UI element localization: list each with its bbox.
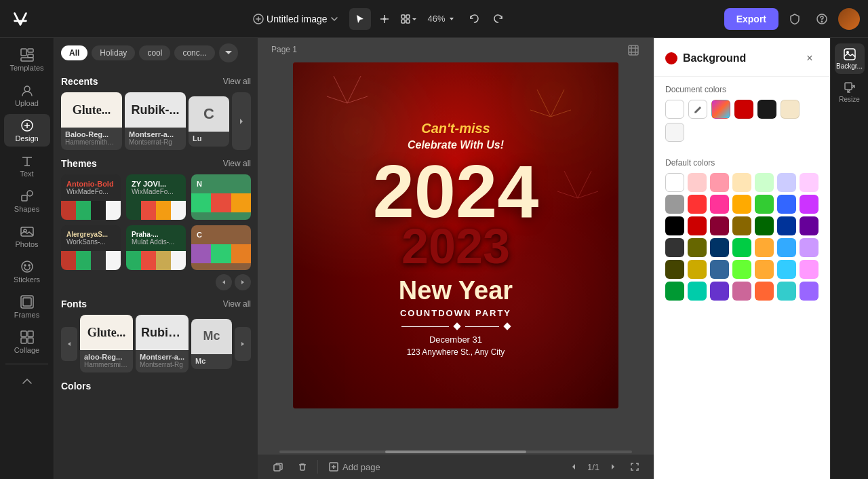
doc-color-lightgray[interactable] — [665, 123, 684, 142]
default-color-35[interactable] — [665, 282, 684, 301]
filter-chip-cool[interactable]: cool — [139, 45, 170, 60]
help-icon-btn[interactable] — [811, 8, 833, 30]
view-toggle-btn[interactable] — [398, 8, 420, 30]
filter-chip-conc[interactable]: conc... — [174, 45, 214, 60]
filter-chip-all[interactable]: All — [61, 45, 87, 60]
undo-btn[interactable] — [463, 8, 485, 30]
default-color-36[interactable] — [688, 282, 707, 301]
default-color-10[interactable] — [732, 195, 751, 214]
filter-more-btn[interactable] — [219, 43, 238, 62]
sidebar-item-photos[interactable]: Photos — [4, 220, 50, 252]
recent-card-1[interactable]: Rubik-... Montserr-a... Montserrat-Rg — [125, 92, 186, 150]
redo-btn[interactable] — [488, 8, 509, 30]
default-color-20[interactable] — [800, 216, 818, 235]
doc-color-edit-btn[interactable] — [688, 100, 707, 119]
default-color-16[interactable] — [710, 216, 729, 235]
filter-chip-holiday[interactable]: Holiday — [92, 45, 135, 60]
recents-view-all[interactable]: View all — [223, 77, 251, 86]
doc-color-cream[interactable] — [781, 100, 800, 119]
themes-nav-right[interactable] — [235, 274, 251, 290]
font-card-2[interactable]: Mc Mc — [191, 319, 232, 369]
bg-panel-close-btn[interactable]: × — [800, 49, 819, 68]
theme-card-2[interactable]: N — [191, 174, 251, 220]
default-color-5[interactable] — [777, 173, 796, 192]
right-sidebar-resize-btn[interactable]: Resize — [835, 77, 865, 107]
default-color-25[interactable] — [755, 238, 774, 257]
default-color-7[interactable] — [665, 195, 684, 214]
default-color-38[interactable] — [732, 282, 751, 301]
fonts-nav-left[interactable] — [61, 327, 77, 361]
default-color-33[interactable] — [777, 260, 796, 279]
sidebar-expand-btn[interactable] — [4, 370, 50, 393]
theme-card-5[interactable]: C — [191, 225, 251, 270]
default-color-40[interactable] — [777, 282, 796, 301]
default-color-9[interactable] — [710, 195, 729, 214]
default-color-13[interactable] — [800, 195, 818, 214]
doc-color-white[interactable] — [665, 100, 684, 119]
recent-card-0[interactable]: Glute... Baloo-Reg... HammersmithOn... — [61, 92, 122, 150]
default-color-12[interactable] — [777, 195, 796, 214]
sidebar-item-templates[interactable]: Templates — [4, 43, 50, 76]
theme-card-1[interactable]: ZY JOVI... WixMadeFo... — [126, 174, 186, 220]
default-color-27[interactable] — [800, 238, 818, 257]
default-color-6[interactable] — [800, 173, 818, 192]
default-color-34[interactable] — [800, 260, 818, 279]
sidebar-item-stickers[interactable]: Stickers — [4, 255, 50, 288]
default-color-17[interactable] — [732, 216, 751, 235]
default-color-18[interactable] — [755, 216, 774, 235]
default-color-29[interactable] — [688, 260, 707, 279]
default-color-11[interactable] — [755, 195, 774, 214]
default-color-3[interactable] — [732, 173, 751, 192]
default-color-8[interactable] — [688, 195, 707, 214]
default-color-41[interactable] — [800, 282, 818, 301]
font-card-1[interactable]: Rubik-... Montserr-a... Montserrat-Rg — [136, 315, 189, 372]
add-page-btn[interactable]: Add page — [323, 459, 386, 475]
page-duplicate-btn[interactable] — [269, 457, 288, 476]
canvas-frame[interactable]: Can't-miss Celebrate With Us! 2024 2023 … — [293, 62, 618, 408]
fonts-nav-right[interactable] — [235, 327, 251, 361]
doc-color-dark[interactable] — [757, 100, 776, 119]
right-sidebar-background-btn[interactable]: Backgr... — [835, 43, 865, 74]
page-prev-btn[interactable] — [566, 459, 582, 475]
theme-card-3[interactable]: AlergreyaS... WorkSans-... — [61, 225, 121, 270]
pan-tool-btn[interactable] — [374, 8, 395, 30]
default-color-39[interactable] — [755, 282, 774, 301]
themes-view-all[interactable]: View all — [223, 159, 251, 168]
doc-color-gradient[interactable] — [711, 100, 730, 119]
sidebar-item-design[interactable]: Design — [4, 114, 50, 147]
themes-nav-left[interactable] — [216, 274, 232, 290]
canvas-top-right-icon[interactable] — [627, 43, 640, 60]
fonts-view-all[interactable]: View all — [223, 299, 251, 309]
default-color-19[interactable] — [777, 216, 796, 235]
sidebar-item-upload[interactable]: Upload — [4, 79, 50, 111]
shield-icon-btn[interactable] — [784, 8, 806, 30]
select-tool-btn[interactable] — [349, 8, 371, 30]
recents-nav-right[interactable] — [232, 92, 251, 150]
theme-card-0[interactable]: Antonio-Bold WixMadeFo... — [61, 174, 121, 220]
default-color-37[interactable] — [710, 282, 729, 301]
default-color-21[interactable] — [665, 238, 684, 257]
default-color-24[interactable] — [732, 238, 751, 257]
page-delete-btn[interactable] — [293, 457, 312, 476]
default-color-15[interactable] — [688, 216, 707, 235]
zoom-level-btn[interactable]: 46% — [422, 11, 460, 26]
default-color-30[interactable] — [710, 260, 729, 279]
default-color-1[interactable] — [688, 173, 707, 192]
doc-color-red[interactable] — [734, 100, 753, 119]
fullscreen-btn[interactable] — [627, 459, 643, 475]
sidebar-item-collage[interactable]: Collage — [4, 326, 50, 358]
default-color-14[interactable] — [665, 216, 684, 235]
canvas-scroll[interactable]: Page 1 — [258, 38, 654, 449]
recent-card-2[interactable]: C Lu — [189, 96, 229, 147]
app-logo[interactable] — [8, 7, 33, 31]
page-next-btn[interactable] — [605, 459, 621, 475]
document-title-btn[interactable]: Untitled image — [248, 11, 344, 27]
default-color-22[interactable] — [688, 238, 707, 257]
sidebar-item-text[interactable]: Text — [4, 149, 50, 182]
sidebar-item-frames[interactable]: Frames — [4, 290, 50, 323]
theme-card-4[interactable]: Praha-... Mulat Addis-... — [126, 225, 186, 270]
default-color-32[interactable] — [755, 260, 774, 279]
sidebar-item-shapes[interactable]: Shapes — [4, 185, 50, 217]
user-avatar[interactable] — [838, 8, 860, 30]
font-card-0[interactable]: Glute... aloo-Reg... HammersmithOn... — [80, 315, 133, 372]
